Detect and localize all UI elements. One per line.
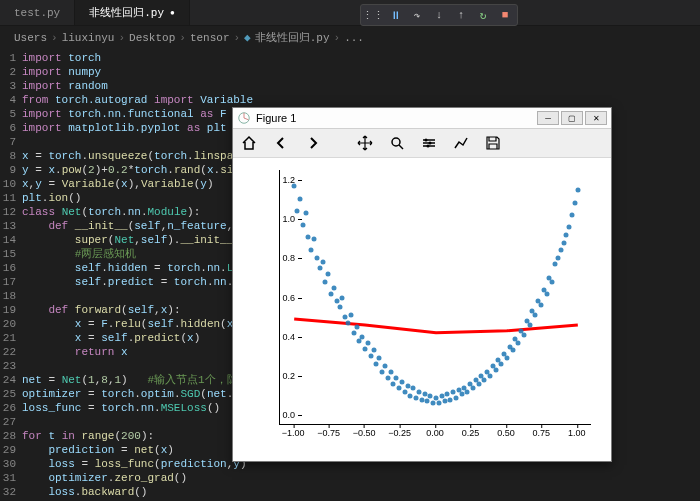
save-icon[interactable] bbox=[484, 134, 502, 152]
data-point bbox=[360, 334, 365, 339]
data-point bbox=[436, 401, 441, 406]
figure-title: Figure 1 bbox=[256, 112, 537, 124]
data-point bbox=[521, 332, 526, 337]
figure-toolbar bbox=[233, 129, 611, 158]
tab-0[interactable]: test.py bbox=[0, 0, 75, 25]
data-point bbox=[348, 313, 353, 318]
data-point bbox=[346, 321, 351, 326]
data-point bbox=[504, 356, 509, 361]
data-point bbox=[510, 348, 515, 353]
forward-icon[interactable] bbox=[304, 134, 322, 152]
data-point bbox=[300, 222, 305, 227]
step-out-icon[interactable]: ↑ bbox=[454, 8, 468, 22]
data-point bbox=[323, 279, 328, 284]
plot-area bbox=[279, 170, 591, 425]
data-point bbox=[317, 266, 322, 271]
prediction-line bbox=[294, 319, 578, 333]
maximize-button[interactable]: ▢ bbox=[561, 111, 583, 125]
data-point bbox=[550, 279, 555, 284]
svg-point-1 bbox=[392, 138, 400, 146]
data-point bbox=[558, 248, 563, 253]
data-point bbox=[303, 211, 308, 216]
figure-canvas[interactable]: 0.00.20.40.60.81.01.2−1.00−0.75−0.50−0.2… bbox=[233, 158, 611, 461]
data-point bbox=[320, 260, 325, 265]
data-point bbox=[425, 399, 430, 404]
data-point bbox=[399, 379, 404, 384]
data-point bbox=[570, 213, 575, 218]
data-point bbox=[414, 395, 419, 400]
data-point bbox=[385, 375, 390, 380]
data-point bbox=[516, 340, 521, 345]
data-point bbox=[448, 397, 453, 402]
data-point bbox=[564, 232, 569, 237]
subplots-icon[interactable] bbox=[420, 134, 438, 152]
data-point bbox=[388, 370, 393, 375]
tab-bar: test.py非线性回归.py● bbox=[0, 0, 700, 26]
data-point bbox=[453, 395, 458, 400]
step-over-icon[interactable]: ↷ bbox=[410, 8, 424, 22]
data-point bbox=[555, 256, 560, 261]
data-point bbox=[422, 391, 427, 396]
data-point bbox=[402, 389, 407, 394]
home-icon[interactable] bbox=[240, 134, 258, 152]
data-point bbox=[380, 370, 385, 375]
data-point bbox=[314, 256, 319, 261]
minimize-button[interactable]: ─ bbox=[537, 111, 559, 125]
data-point bbox=[374, 362, 379, 367]
data-point bbox=[482, 377, 487, 382]
data-point bbox=[567, 224, 572, 229]
data-point bbox=[408, 393, 413, 398]
data-point bbox=[416, 389, 421, 394]
data-point bbox=[544, 291, 549, 296]
data-point bbox=[297, 197, 302, 202]
data-point bbox=[382, 364, 387, 369]
data-point bbox=[419, 397, 424, 402]
data-point bbox=[365, 340, 370, 345]
data-point bbox=[470, 385, 475, 390]
data-point bbox=[527, 322, 532, 327]
data-point bbox=[439, 393, 444, 398]
svg-point-3 bbox=[429, 142, 432, 145]
data-point bbox=[405, 383, 410, 388]
data-point bbox=[354, 324, 359, 329]
data-point bbox=[561, 240, 566, 245]
restart-icon[interactable]: ↻ bbox=[476, 8, 490, 22]
pause-icon[interactable]: ⏸ bbox=[388, 8, 402, 22]
data-point bbox=[487, 373, 492, 378]
data-point bbox=[363, 346, 368, 351]
svg-point-4 bbox=[427, 145, 430, 148]
data-point bbox=[476, 381, 481, 386]
svg-point-2 bbox=[425, 139, 428, 142]
data-point bbox=[445, 391, 450, 396]
stop-icon[interactable]: ■ bbox=[498, 8, 512, 22]
grip-icon[interactable]: ⋮⋮ bbox=[366, 8, 380, 22]
data-point bbox=[465, 389, 470, 394]
data-point bbox=[306, 234, 311, 239]
back-icon[interactable] bbox=[272, 134, 290, 152]
zoom-icon[interactable] bbox=[388, 134, 406, 152]
matplotlib-icon bbox=[237, 111, 251, 125]
data-point bbox=[575, 187, 580, 192]
figure-titlebar[interactable]: Figure 1 ─ ▢ ✕ bbox=[233, 108, 611, 129]
data-point bbox=[391, 381, 396, 386]
step-into-icon[interactable]: ↓ bbox=[432, 8, 446, 22]
data-point bbox=[533, 313, 538, 318]
breadcrumb: Users›liuxinyu›Desktop›tensor›◆ 非线性回归.py… bbox=[0, 26, 700, 49]
data-point bbox=[442, 399, 447, 404]
axes-icon[interactable] bbox=[452, 134, 470, 152]
data-point bbox=[394, 375, 399, 380]
data-point bbox=[538, 303, 543, 308]
data-point bbox=[459, 391, 464, 396]
data-point bbox=[434, 395, 439, 400]
close-button[interactable]: ✕ bbox=[585, 111, 607, 125]
tab-1[interactable]: 非线性回归.py● bbox=[75, 0, 190, 25]
line-gutter: 1234567891011121314151617181920212223242… bbox=[0, 51, 22, 501]
data-point bbox=[351, 330, 356, 335]
data-point bbox=[493, 368, 498, 373]
debug-toolbar: ⋮⋮ ⏸ ↷ ↓ ↑ ↻ ■ bbox=[360, 4, 518, 26]
data-point bbox=[340, 295, 345, 300]
data-point bbox=[377, 356, 382, 361]
pan-icon[interactable] bbox=[356, 134, 374, 152]
data-point bbox=[334, 299, 339, 304]
data-point bbox=[411, 385, 416, 390]
